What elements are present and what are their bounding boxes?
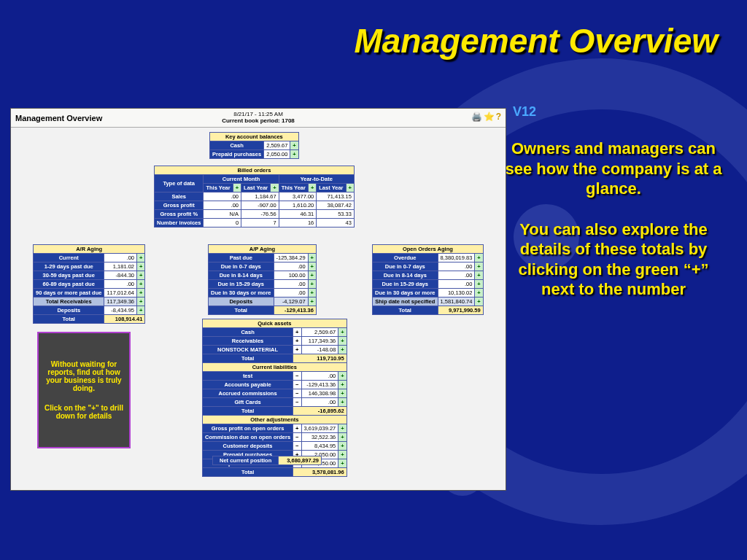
plus-icon[interactable]: + [137, 298, 145, 306]
plus-icon[interactable]: + [290, 150, 298, 159]
plus-icon[interactable]: + [475, 254, 483, 262]
plus-icon[interactable]: + [338, 346, 347, 354]
plus-icon[interactable]: + [290, 141, 298, 150]
plus-icon[interactable]: + [137, 280, 145, 289]
plus-icon[interactable]: + [475, 289, 483, 298]
plus-icon[interactable]: + [308, 271, 316, 280]
plus-icon[interactable]: + [338, 389, 347, 398]
plus-icon[interactable]: + [475, 271, 483, 280]
plus-icon[interactable]: + [233, 184, 241, 192]
plus-icon[interactable]: + [338, 433, 347, 442]
plus-icon[interactable]: + [338, 424, 347, 433]
plus-icon[interactable]: + [308, 262, 316, 271]
plus-icon[interactable]: + [475, 298, 483, 306]
hint-box: Without waiting for reports, find out ho… [37, 332, 131, 448]
key-balances-title: Key account balances [210, 133, 299, 141]
plus-icon[interactable]: + [475, 280, 483, 289]
plus-icon[interactable]: + [338, 398, 347, 407]
plus-icon[interactable]: + [346, 184, 354, 192]
open-orders-table: Open Orders Aging Overdue8,380,019.83+ D… [372, 244, 484, 315]
slide-body: Owners and managers can see how the comp… [500, 139, 727, 300]
version-label: V12 [513, 104, 536, 120]
plus-icon[interactable]: + [308, 184, 316, 192]
app-header: Management Overview 8/21/17 - 11:25 AM C… [11, 109, 506, 128]
hint-line-2: Click on the "+" to drill down for detai… [43, 404, 125, 420]
plus-icon[interactable]: + [137, 271, 145, 280]
plus-icon[interactable]: + [271, 184, 279, 192]
plus-icon[interactable]: + [308, 289, 316, 298]
plus-icon[interactable]: + [338, 442, 347, 451]
assets-liab-table: Quick assets Cash+2,509.67+ Receivables+… [202, 319, 347, 477]
net-position-table: Net current position3,680,897.29 [212, 456, 322, 465]
ar-aging-table: A/R Aging Current.00+ 1-29 days past due… [33, 244, 145, 324]
plus-icon[interactable]: + [308, 280, 316, 289]
slide-paragraph-2: You can also explore the details of thes… [500, 219, 727, 300]
plus-icon[interactable]: + [338, 328, 347, 337]
slide-paragraph-1: Owners and managers can see how the comp… [500, 139, 727, 199]
plus-icon[interactable]: + [137, 306, 145, 315]
help-icon[interactable]: ? [496, 112, 501, 122]
plus-icon[interactable]: + [137, 262, 145, 271]
plus-icon[interactable]: + [338, 459, 347, 468]
slide-title: Management Overview [324, 23, 718, 58]
print-icon[interactable]: 🖨️ [471, 112, 482, 122]
plus-icon[interactable]: + [475, 262, 483, 271]
key-balances-table: Key account balances Cash2,509.67+ Prepa… [209, 132, 299, 159]
plus-icon[interactable]: + [338, 337, 347, 346]
plus-icon[interactable]: + [137, 289, 145, 298]
star-icon[interactable]: ⭐ [484, 112, 495, 122]
plus-icon[interactable]: + [137, 254, 145, 262]
plus-icon[interactable]: + [308, 254, 316, 262]
plus-icon[interactable]: + [338, 451, 347, 459]
plus-icon[interactable]: + [308, 298, 316, 306]
hint-line-1: Without waiting for reports, find out ho… [43, 360, 125, 392]
app-window: Management Overview 8/21/17 - 11:25 AM C… [10, 108, 506, 491]
ap-aging-table: A/P Aging Past due-125,384.29+ Due in 0-… [208, 244, 317, 315]
billed-orders-table: Billed orders Type of data Current Month… [154, 166, 355, 228]
app-header-center: 8/21/17 - 11:25 AM Current book period: … [11, 112, 506, 125]
app-book-period: Current book period: 1708 [222, 117, 295, 124]
plus-icon[interactable]: + [338, 372, 347, 381]
plus-icon[interactable]: + [338, 381, 347, 389]
